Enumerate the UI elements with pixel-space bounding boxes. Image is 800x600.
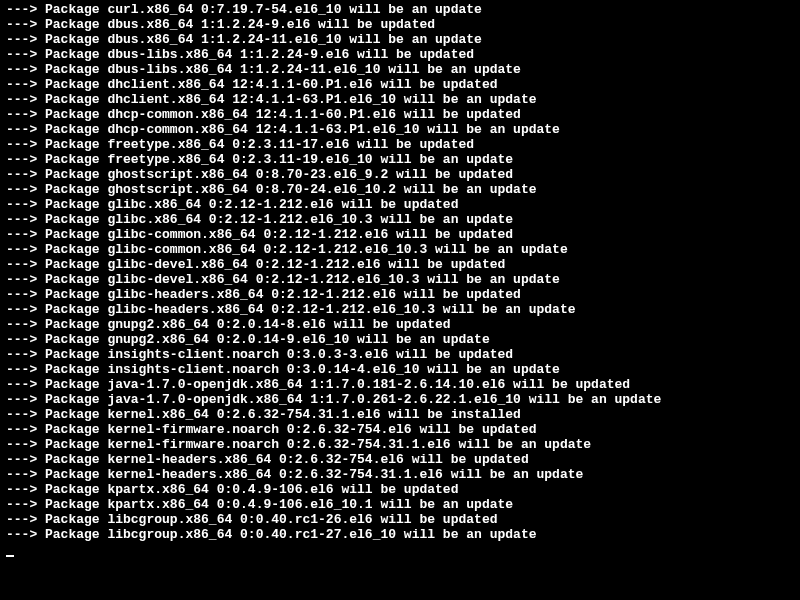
- output-line: ---> Package dbus.x86_64 1:1.2.24-11.el6…: [6, 32, 798, 47]
- output-line: ---> Package insights-client.noarch 0:3.…: [6, 347, 798, 362]
- output-line: ---> Package insights-client.noarch 0:3.…: [6, 362, 798, 377]
- output-line: ---> Package dhcp-common.x86_64 12:4.1.1…: [6, 122, 798, 137]
- output-line: ---> Package kernel-headers.x86_64 0:2.6…: [6, 452, 798, 467]
- output-line: ---> Package ghostscript.x86_64 0:8.70-2…: [6, 182, 798, 197]
- cursor-icon: [6, 555, 14, 557]
- output-line: ---> Package libcgroup.x86_64 0:0.40.rc1…: [6, 527, 798, 542]
- output-line: ---> Package curl.x86_64 0:7.19.7-54.el6…: [6, 2, 798, 17]
- output-line: ---> Package java-1.7.0-openjdk.x86_64 1…: [6, 377, 798, 392]
- output-line: ---> Package dhcp-common.x86_64 12:4.1.1…: [6, 107, 798, 122]
- output-line: ---> Package kernel.x86_64 0:2.6.32-754.…: [6, 407, 798, 422]
- output-line: ---> Package glibc-headers.x86_64 0:2.12…: [6, 287, 798, 302]
- output-line: ---> Package gnupg2.x86_64 0:2.0.14-9.el…: [6, 332, 798, 347]
- output-line: ---> Package glibc-common.x86_64 0:2.12-…: [6, 242, 798, 257]
- output-line: ---> Package ghostscript.x86_64 0:8.70-2…: [6, 167, 798, 182]
- output-line: ---> Package gnupg2.x86_64 0:2.0.14-8.el…: [6, 317, 798, 332]
- output-line: ---> Package java-1.7.0-openjdk.x86_64 1…: [6, 392, 798, 407]
- output-line: ---> Package kernel-headers.x86_64 0:2.6…: [6, 467, 798, 482]
- terminal-output[interactable]: ---> Package curl.x86_64 0:7.19.7-54.el6…: [0, 0, 800, 559]
- output-line: ---> Package dhclient.x86_64 12:4.1.1-60…: [6, 77, 798, 92]
- output-line: ---> Package glibc.x86_64 0:2.12-1.212.e…: [6, 197, 798, 212]
- output-line: ---> Package glibc-common.x86_64 0:2.12-…: [6, 227, 798, 242]
- output-line: ---> Package dbus.x86_64 1:1.2.24-9.el6 …: [6, 17, 798, 32]
- output-line: ---> Package glibc-devel.x86_64 0:2.12-1…: [6, 272, 798, 287]
- output-line: ---> Package freetype.x86_64 0:2.3.11-19…: [6, 152, 798, 167]
- output-line: ---> Package glibc.x86_64 0:2.12-1.212.e…: [6, 212, 798, 227]
- output-line: ---> Package libcgroup.x86_64 0:0.40.rc1…: [6, 512, 798, 527]
- output-line: ---> Package kpartx.x86_64 0:0.4.9-106.e…: [6, 497, 798, 512]
- output-line: ---> Package kpartx.x86_64 0:0.4.9-106.e…: [6, 482, 798, 497]
- output-line: ---> Package glibc-devel.x86_64 0:2.12-1…: [6, 257, 798, 272]
- output-line: ---> Package glibc-headers.x86_64 0:2.12…: [6, 302, 798, 317]
- output-line: ---> Package freetype.x86_64 0:2.3.11-17…: [6, 137, 798, 152]
- output-line: ---> Package kernel-firmware.noarch 0:2.…: [6, 422, 798, 437]
- cursor-line: [6, 542, 798, 557]
- output-line: ---> Package dbus-libs.x86_64 1:1.2.24-1…: [6, 62, 798, 77]
- output-line: ---> Package kernel-firmware.noarch 0:2.…: [6, 437, 798, 452]
- output-line: ---> Package dhclient.x86_64 12:4.1.1-63…: [6, 92, 798, 107]
- output-line: ---> Package dbus-libs.x86_64 1:1.2.24-9…: [6, 47, 798, 62]
